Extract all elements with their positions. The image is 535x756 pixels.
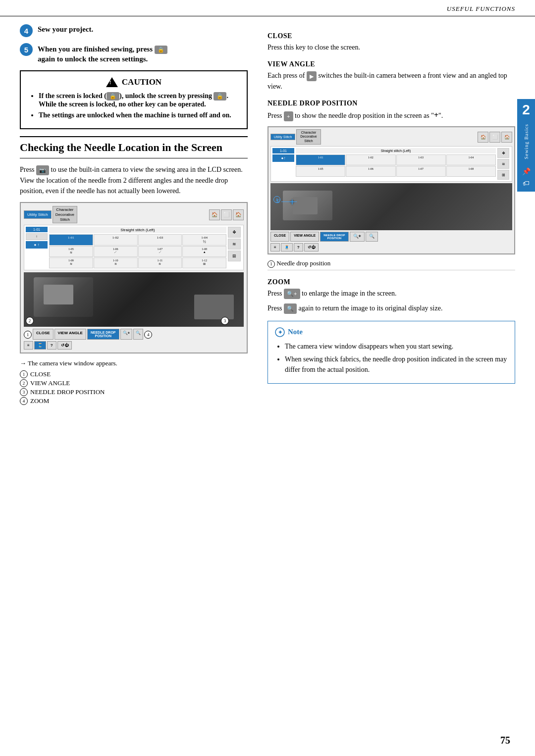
zoom-btn-2[interactable]: 🔍 [133,329,143,340]
section-divider [268,270,515,270]
right-view-angle-btn[interactable]: VIEW ANGLE [290,232,319,242]
right-utility-tab[interactable]: Utility Stitch [270,134,295,140]
right-needle-drop-btn[interactable]: NEEDLE DROPPOSITION [320,232,348,242]
right-screen-icon-1[interactable]: 🏠 [478,132,488,143]
right-icon-3[interactable]: ⊞ [228,251,241,261]
step-5: 5 When you are finished sewing, press 🔒 … [20,43,248,63]
zoom-text2: Press 🔍 again to return the image to its… [268,303,515,314]
nav-btn-1[interactable]: ≡ [24,341,33,350]
right-nav-2[interactable]: 🧵 [281,243,293,252]
callout-item-4: 4 ZOOM [20,397,248,405]
callout-label-1: CLOSE [30,370,51,378]
right-nav-3[interactable]: ? [294,243,303,252]
stitch-grid: 1-01 1-02 1-03 1-04½ 1-05≋ 1-06⟋ 1-07⟋ 1… [49,234,226,268]
callout-label-2: VIEW ANGLE [30,379,70,387]
right-zoom-btn-2[interactable]: 🔍 [366,232,378,242]
stitch-1-07[interactable]: 1-07⟋ [138,246,182,257]
screen-nav-btns: ≡ 🧵 ? ↺⏻ [24,341,244,350]
stitch-1-05[interactable]: 1-05≋ [49,246,93,257]
zoom-section-title: ZOOM [268,278,515,286]
step-5-circle: 5 [20,43,33,56]
right-stitch-1-07[interactable]: 1-07 [396,166,446,177]
right-nav-4[interactable]: ↺⏻ [304,243,319,252]
stitch-1-06[interactable]: 1-06⟋ [94,246,138,257]
screen-lock-button-inline: 🔒 [155,46,167,54]
screen-bottom-btns: 1 CLOSE VIEW ANGLE NEEDLE DROPPOSITION 🔍… [24,329,244,340]
lock-icon-inline: 🔒 [107,92,119,101]
callout-item-3: 3 NEEDLE DROP POSITION [20,388,248,396]
circle-label-1-bottom: 1 [24,331,32,339]
view-angle-btn-screen[interactable]: VIEW ANGLE [54,329,86,340]
right-stitch-1-05[interactable]: 1-05 [296,166,345,177]
close-btn-screen[interactable]: CLOSE [33,329,54,340]
right-r-icon-3[interactable]: ⊞ [497,170,509,180]
caution-triangle-icon [106,77,118,87]
pin-icon: 📌 [522,167,531,176]
utility-stitch-tab[interactable]: Utility Stitch [24,210,52,219]
stitch-1-04[interactable]: 1-04½ [182,234,226,246]
intro-text: Press 📷 to use the built-in camera to vi… [20,164,248,196]
zoom-enlarge-btn-inline: 🔍+ [284,289,300,299]
right-screen-mockup: Utility Stitch CharacterDecorativeStitch… [268,126,515,254]
screen-icon-2[interactable]: ⬜ [221,209,232,220]
right-stitch-1-04[interactable]: 1-04 [446,154,496,165]
view-angle-section-title: VIEW ANGLE [268,60,515,68]
decorative-stitch-tab[interactable]: CharacterDecorativeStitch [53,206,77,223]
stitch-1-03[interactable]: 1-03 [138,234,182,246]
tag-icon: 🏷 [523,180,530,188]
content-wrapper: 4 Sew your project. 5 When you are finis… [0,16,535,406]
right-decorative-tab[interactable]: CharacterDecorativeStitch [296,129,321,145]
right-stitch-1-01[interactable]: 1-01 [296,154,345,165]
circle-label-4: 4 [144,331,152,339]
right-column: CLOSE Press this key to close the screen… [263,16,515,406]
right-r-icon-1[interactable]: ❖ [497,148,509,158]
right-nav-1[interactable]: ≡ [270,243,280,252]
nav-btn-3[interactable]: ? [47,341,56,350]
right-stitch-1-06[interactable]: 1-06 [346,166,395,177]
stitch-1-11[interactable]: 1-11≋ [138,257,182,268]
needle-drop-btn-screen[interactable]: NEEDLE DROPPOSITION [87,329,119,340]
stitch-1-01[interactable]: 1-01 [49,234,93,246]
callout-list: 1 CLOSE 2 VIEW ANGLE 3 NEEDLE DROP POSIT… [20,370,248,405]
right-nav-btns: ≡ 🧵 ? ↺⏻ [270,243,512,252]
stitch-1-08[interactable]: 1-08▲ [182,246,226,257]
right-camera-view: + ①──── 1 [270,183,512,230]
side-tab-icons: 📌 🏷 [522,167,531,188]
right-r-icon-2[interactable]: ≋ [497,159,509,169]
right-close-btn[interactable]: CLOSE [270,232,289,242]
needle-drop-section-title: NEEDLE DROP POSITION [268,100,515,107]
right-stitch-1-03[interactable]: 1-03 [396,154,446,165]
zoom-reset-btn-inline: 🔍 [284,303,297,314]
right-icon-1[interactable]: ❖ [228,227,241,238]
camera-btn-inline: 📷 [36,165,49,176]
needle-drop-label: 1 Needle drop position [268,259,515,268]
callout-num-2: 2 [20,379,28,387]
nav-btn-2[interactable]: 🧵 [34,341,46,350]
right-stitch-1-02[interactable]: 1-02 [346,154,395,165]
stitch-1-10[interactable]: 1-10≋ [94,257,138,268]
close-section-title: CLOSE [268,32,515,40]
note-item-1: The camera view window disappears when y… [285,341,508,352]
header-title: USEFUL FUNCTIONS [447,5,515,12]
note-box: ✦ Note The camera view window disappears… [268,321,515,384]
stitch-1-09[interactable]: 1-09≋ [49,257,93,268]
right-zoom-btn-1[interactable]: 🔍+ [350,232,365,242]
right-icon-2[interactable]: ≋ [228,239,241,250]
unlock-btn-inline: 🔒 [214,92,226,101]
camera-inner [24,272,244,327]
screen-icon-1[interactable]: 🏠 [209,209,220,220]
right-screen-bottom: CLOSE VIEW ANGLE NEEDLE DROPPOSITION 🔍+ … [270,232,512,242]
nav-btn-4[interactable]: ↺⏻ [57,341,72,350]
right-stitch-1-08[interactable]: 1-08 [446,166,496,177]
screen-icon-3[interactable]: 🏠 [233,209,244,220]
zoom-btn-1[interactable]: 🔍+ [120,329,133,340]
zoom-text1: Press 🔍+ to enlarge the image in the scr… [268,288,515,299]
right-screen-icon-3[interactable]: 🏠 [501,132,512,143]
note-title: ✦ Note [275,327,508,337]
stitch-1-12[interactable]: 1-12⊞ [182,257,226,268]
svg-text:✦: ✦ [278,329,282,335]
right-screen-icon-2[interactable]: ⬜ [489,132,500,143]
caution-item-1: If the screen is locked (🔒), unlock the … [39,92,239,108]
close-section-text: Press this key to close the screen. [268,42,515,52]
stitch-1-02[interactable]: 1-02 [94,234,138,246]
